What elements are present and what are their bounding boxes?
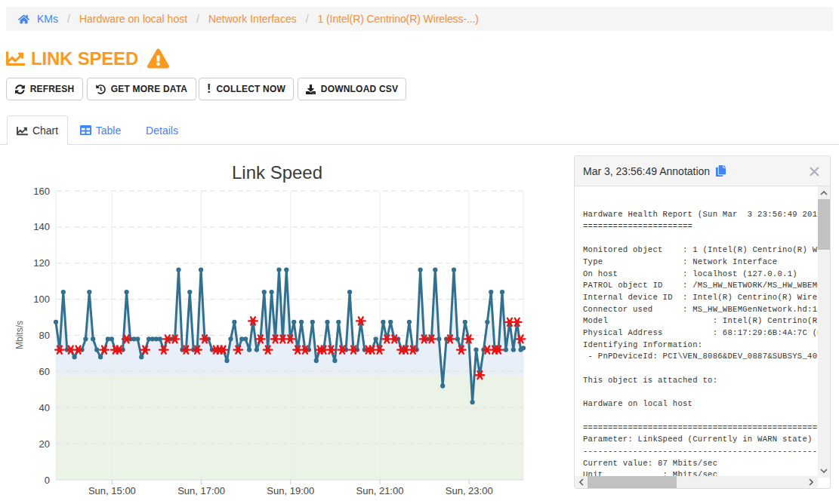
svg-text:Mbits/s: Mbits/s [14, 321, 25, 349]
svg-text:140: 140 [33, 221, 50, 232]
svg-text:100: 100 [33, 293, 50, 305]
svg-text:80: 80 [39, 330, 50, 341]
svg-text:40: 40 [39, 402, 50, 413]
svg-text:20: 20 [39, 438, 50, 450]
svg-text:Sun, 17:00: Sun, 17:00 [177, 485, 225, 496]
svg-text:160: 160 [33, 186, 50, 197]
svg-text:0: 0 [45, 475, 50, 486]
svg-text:Sun, 23:00: Sun, 23:00 [446, 485, 493, 496]
svg-text:Sun, 15:00: Sun, 15:00 [88, 485, 136, 496]
svg-text:Sun, 19:00: Sun, 19:00 [267, 485, 314, 496]
svg-text:60: 60 [39, 366, 50, 377]
svg-text:Sun, 21:00: Sun, 21:00 [356, 485, 404, 496]
svg-text:Link Speed: Link Speed [232, 162, 322, 183]
svg-text:120: 120 [33, 257, 50, 269]
